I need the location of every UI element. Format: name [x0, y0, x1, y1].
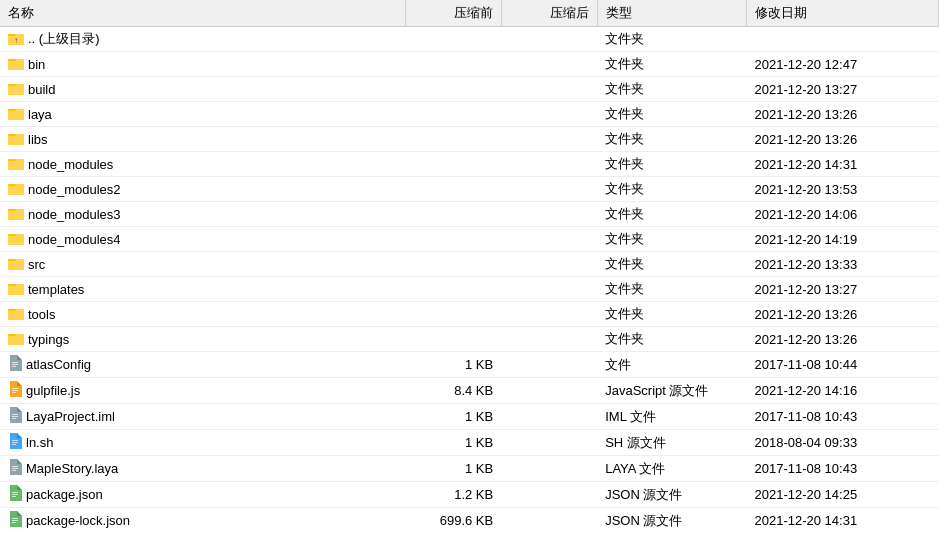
table-row[interactable]: build 文件夹 2021-12-20 13:27 [0, 77, 939, 102]
file-type: IML 文件 [597, 404, 746, 430]
table-row[interactable]: atlasConfig 1 KB 文件 2017-11-08 10:44 [0, 352, 939, 378]
svg-rect-51 [12, 466, 18, 467]
compressed-after [501, 302, 597, 327]
file-type: SH 源文件 [597, 430, 746, 456]
svg-rect-59 [12, 522, 16, 523]
table-row[interactable]: node_modules3 文件夹 2021-12-20 14:06 [0, 202, 939, 227]
table-row[interactable]: libs 文件夹 2021-12-20 13:26 [0, 127, 939, 152]
compressed-after [501, 127, 597, 152]
file-name[interactable]: laya [0, 102, 405, 127]
svg-rect-23 [8, 211, 24, 220]
file-name-text: node_modules4 [28, 232, 121, 247]
table-row[interactable]: src 文件夹 2021-12-20 13:33 [0, 252, 939, 277]
folder-icon [8, 306, 24, 323]
file-name-text: tools [28, 307, 55, 322]
file-name[interactable]: tools [0, 302, 405, 327]
svg-rect-41 [12, 366, 16, 367]
folder-icon [8, 106, 24, 123]
file-name-text: MapleStory.laya [26, 461, 118, 476]
file-type: LAYA 文件 [597, 456, 746, 482]
folder-icon: ↑ [8, 31, 24, 48]
svg-rect-47 [12, 418, 16, 419]
file-manager[interactable]: 名称 压缩前 压缩后 类型 修改日期 ↑ .. (上级目录) 文件夹 [0, 0, 939, 533]
file-name[interactable]: node_modules3 [0, 202, 405, 227]
file-name[interactable]: src [0, 252, 405, 277]
modified-date: 2021-12-20 12:47 [746, 52, 938, 77]
file-name-text: typings [28, 332, 69, 347]
col-compressed-after[interactable]: 压缩后 [501, 0, 597, 27]
modified-date: 2021-12-20 14:19 [746, 227, 938, 252]
svg-rect-52 [12, 468, 18, 469]
file-type: 文件夹 [597, 52, 746, 77]
file-name[interactable]: node_modules4 [0, 227, 405, 252]
modified-date: 2021-12-20 13:26 [746, 102, 938, 127]
compressed-after [501, 227, 597, 252]
file-name[interactable]: ↑ .. (上级目录) [0, 27, 405, 52]
file-name[interactable]: libs [0, 127, 405, 152]
modified-date: 2021-12-20 13:33 [746, 252, 938, 277]
file-name[interactable]: bin [0, 52, 405, 77]
compressed-before [405, 77, 501, 102]
col-compressed-before[interactable]: 压缩前 [405, 0, 501, 27]
table-row[interactable]: MapleStory.laya 1 KB LAYA 文件 2017-11-08 … [0, 456, 939, 482]
file-name[interactable]: node_modules [0, 152, 405, 177]
svg-rect-49 [12, 442, 18, 443]
file-name[interactable]: build [0, 77, 405, 102]
table-row[interactable]: node_modules4 文件夹 2021-12-20 14:19 [0, 227, 939, 252]
file-name[interactable]: MapleStory.laya [0, 456, 405, 482]
file-name[interactable]: gulpfile.js [0, 378, 405, 404]
table-row[interactable]: node_modules 文件夹 2021-12-20 14:31 [0, 152, 939, 177]
compressed-after [501, 378, 597, 404]
svg-rect-8 [8, 86, 24, 95]
compressed-before: 1 KB [405, 456, 501, 482]
table-row[interactable]: tools 文件夹 2021-12-20 13:26 [0, 302, 939, 327]
file-type: 文件夹 [597, 227, 746, 252]
svg-rect-32 [8, 286, 24, 295]
modified-date: 2021-12-20 13:27 [746, 77, 938, 102]
file-type: 文件夹 [597, 327, 746, 352]
table-row[interactable]: LayaProject.iml 1 KB IML 文件 2017-11-08 1… [0, 404, 939, 430]
table-row[interactable]: package.json 1.2 KB JSON 源文件 2021-12-20 … [0, 482, 939, 508]
svg-rect-35 [8, 311, 24, 320]
file-name-text: bin [28, 57, 45, 72]
table-row[interactable]: package-lock.json 699.6 KB JSON 源文件 2021… [0, 508, 939, 534]
compressed-before [405, 252, 501, 277]
compressed-after [501, 27, 597, 52]
table-row[interactable]: gulpfile.js 8.4 KB JavaScript 源文件 2021-1… [0, 378, 939, 404]
svg-rect-40 [12, 364, 18, 365]
col-name[interactable]: 名称 [0, 0, 405, 27]
file-icon [8, 459, 22, 478]
file-icon [8, 511, 22, 530]
file-name[interactable]: typings [0, 327, 405, 352]
file-name[interactable]: atlasConfig [0, 352, 405, 378]
file-name[interactable]: node_modules2 [0, 177, 405, 202]
modified-date: 2021-12-20 14:16 [746, 378, 938, 404]
file-name[interactable]: package.json [0, 482, 405, 508]
file-name[interactable]: ln.sh [0, 430, 405, 456]
table-row[interactable]: ↑ .. (上级目录) 文件夹 [0, 27, 939, 52]
compressed-before [405, 302, 501, 327]
folder-icon [8, 206, 24, 223]
file-type: 文件夹 [597, 152, 746, 177]
col-modified[interactable]: 修改日期 [746, 0, 938, 27]
file-icon [8, 381, 22, 400]
file-name-text: package-lock.json [26, 513, 130, 528]
svg-rect-17 [8, 161, 24, 170]
file-name[interactable]: LayaProject.iml [0, 404, 405, 430]
table-row[interactable]: node_modules2 文件夹 2021-12-20 13:53 [0, 177, 939, 202]
file-name[interactable]: package-lock.json [0, 508, 405, 534]
modified-date: 2021-12-20 13:26 [746, 302, 938, 327]
compressed-before: 1.2 KB [405, 482, 501, 508]
table-row[interactable]: templates 文件夹 2021-12-20 13:27 [0, 277, 939, 302]
table-row[interactable]: bin 文件夹 2021-12-20 12:47 [0, 52, 939, 77]
col-type[interactable]: 类型 [597, 0, 746, 27]
compressed-after [501, 177, 597, 202]
compressed-after [501, 77, 597, 102]
file-icon [8, 485, 22, 504]
file-name[interactable]: templates [0, 277, 405, 302]
table-row[interactable]: typings 文件夹 2021-12-20 13:26 [0, 327, 939, 352]
folder-icon [8, 81, 24, 98]
compressed-before [405, 227, 501, 252]
table-row[interactable]: laya 文件夹 2021-12-20 13:26 [0, 102, 939, 127]
table-row[interactable]: ln.sh 1 KB SH 源文件 2018-08-04 09:33 [0, 430, 939, 456]
